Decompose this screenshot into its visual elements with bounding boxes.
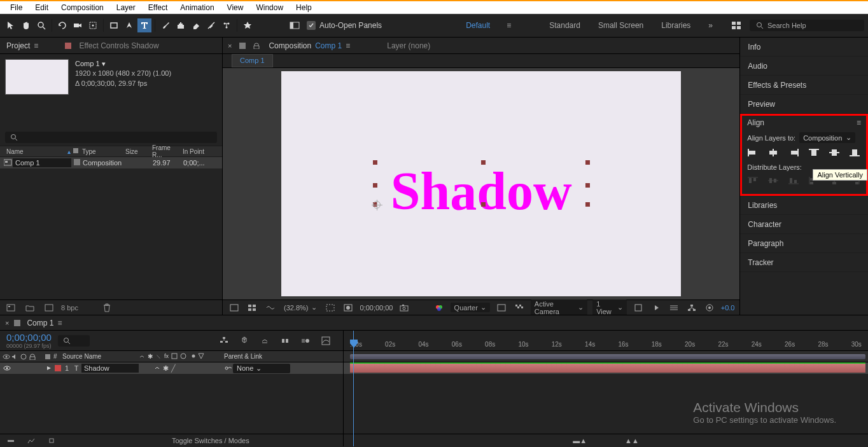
align-vcenter-icon[interactable] — [829, 148, 840, 158]
comp-mini-flowchart-icon[interactable] — [217, 334, 231, 348]
project-comp-name[interactable]: Comp 1 ▾ — [75, 59, 171, 69]
canvas-text-layer[interactable]: Shadow — [391, 160, 572, 222]
panel-libraries[interactable]: Libraries — [740, 196, 868, 215]
tl-footer-icon3[interactable] — [45, 434, 59, 448]
graph-editor-icon[interactable] — [319, 334, 333, 348]
align-bottom-icon[interactable] — [849, 148, 860, 158]
project-tab[interactable]: Project≡ — [5, 39, 39, 53]
transparency-grid-icon[interactable] — [513, 301, 526, 315]
switch-shy-icon[interactable] — [139, 353, 145, 359]
menu-animation[interactable]: Animation — [174, 2, 220, 13]
camera-tool-icon[interactable] — [71, 18, 85, 32]
auto-open-panels-checkbox[interactable]: Auto-Open Panels — [307, 21, 382, 30]
pen-tool-icon[interactable] — [122, 18, 136, 32]
project-row-comp1[interactable]: Comp 1 Composition 29.97 0;00;... — [0, 157, 222, 168]
timeline-comp-tab[interactable]: Comp 1≡ — [25, 316, 63, 330]
col-name[interactable]: Name — [4, 148, 67, 155]
panel-paragraph[interactable]: Paragraph — [740, 234, 868, 253]
draft-3d-icon[interactable] — [237, 334, 251, 348]
workspace-default[interactable]: Default — [465, 21, 491, 30]
pixel-aspect-icon[interactable] — [632, 301, 645, 315]
parent-pickwhip-icon[interactable] — [224, 364, 233, 373]
comp-subtab-comp1[interactable]: Comp 1 — [232, 54, 273, 67]
project-thumbnail[interactable] — [5, 59, 69, 95]
panel-effects-presets[interactable]: Effects & Presets — [740, 76, 868, 95]
anchor-point-icon[interactable] — [373, 201, 381, 209]
menu-effect[interactable]: Effect — [142, 2, 174, 13]
col-parent-link[interactable]: Parent & Link — [224, 353, 300, 360]
col-audio-icon[interactable] — [11, 354, 20, 360]
layer-twirl-icon[interactable] — [45, 364, 53, 373]
align-layers-to-dropdown[interactable]: Composition⌄ — [799, 132, 855, 143]
panel-toggle-icon[interactable] — [288, 18, 302, 32]
col-label-icon[interactable] — [45, 354, 53, 360]
timeline-search-input[interactable] — [58, 335, 90, 347]
interpret-footage-icon[interactable] — [4, 301, 18, 315]
tl-footer-icon1[interactable] — [4, 434, 18, 448]
align-right-icon[interactable] — [788, 148, 799, 158]
snapshot-icon[interactable] — [398, 301, 410, 315]
align-top-icon[interactable] — [808, 148, 820, 158]
workspace-overflow-icon[interactable]: » — [707, 21, 714, 30]
col-type[interactable]: Type — [80, 148, 123, 155]
tl-close-icon[interactable]: × — [5, 319, 9, 327]
menu-window[interactable]: Window — [249, 2, 290, 13]
menu-layer[interactable]: Layer — [110, 2, 142, 13]
col-solo-icon[interactable] — [20, 354, 29, 360]
toggle-switches-label[interactable]: Toggle Switches / Modes — [172, 437, 249, 444]
workspace-standard[interactable]: Standard — [548, 21, 582, 30]
align-hcenter-icon[interactable] — [767, 148, 779, 158]
frame-blend-icon[interactable] — [278, 334, 292, 348]
cti-playhead[interactable] — [350, 340, 358, 348]
col-inpoint[interactable]: In Point — [180, 148, 207, 155]
snapping-icon[interactable] — [241, 18, 255, 32]
hand-tool-icon[interactable] — [19, 18, 33, 32]
col-visibility-icon[interactable] — [3, 354, 11, 360]
exposure-value[interactable]: +0.0 — [721, 304, 735, 312]
quality-dropdown[interactable]: Quarter⌄ — [451, 303, 490, 312]
menu-edit[interactable]: Edit — [29, 2, 55, 13]
menu-file[interactable]: File — [4, 2, 29, 13]
workspace-panel-icon[interactable] — [729, 18, 743, 32]
toggle-mask-icon[interactable] — [342, 301, 354, 315]
timeline-layer-row[interactable]: 1 T ✱ ╱ None⌄ — [0, 362, 343, 374]
panel-character[interactable]: Character — [740, 215, 868, 234]
tl-footer-icon2[interactable] — [24, 434, 38, 448]
eraser-tool-icon[interactable] — [189, 18, 203, 32]
workspace-small-screen[interactable]: Small Screen — [597, 21, 645, 30]
puppet-tool-icon[interactable] — [220, 18, 234, 32]
composition-canvas[interactable]: Shadow — [281, 71, 681, 296]
always-preview-icon[interactable] — [228, 301, 241, 315]
zoom-out-handle[interactable]: ▬▲ — [573, 437, 587, 444]
orbit-tool-icon[interactable] — [55, 18, 69, 32]
3d-icon[interactable] — [263, 301, 276, 315]
pan-behind-tool-icon[interactable] — [86, 18, 100, 32]
panel-info[interactable]: Info — [740, 38, 868, 57]
roto-brush-tool-icon[interactable] — [204, 18, 218, 32]
effect-controls-tab[interactable]: Effect Controls Shadow — [78, 39, 160, 53]
flowchart-icon[interactable] — [685, 301, 698, 315]
workspace-menu-icon[interactable]: ≡ — [507, 21, 511, 30]
layer-visibility-toggle[interactable] — [3, 364, 11, 373]
resolution-half-icon[interactable] — [325, 301, 337, 315]
new-comp-icon[interactable] — [42, 301, 56, 315]
zoom-in-handle[interactable]: ▲▲ — [625, 437, 639, 444]
menu-composition[interactable]: Composition — [55, 2, 110, 13]
zoom-tool-icon[interactable] — [34, 18, 48, 32]
panel-audio[interactable]: Audio — [740, 57, 868, 76]
channel-icon[interactable] — [433, 301, 445, 315]
col-size[interactable]: Size — [123, 148, 150, 155]
rectangle-tool-icon[interactable] — [107, 18, 121, 32]
search-help-input[interactable]: Search Help — [750, 20, 864, 31]
type-tool-icon[interactable] — [137, 18, 151, 32]
delete-icon[interactable] — [100, 301, 114, 315]
project-search-input[interactable] — [5, 132, 217, 143]
lock-icon[interactable] — [253, 43, 260, 49]
work-area-bar[interactable] — [350, 354, 865, 359]
comp-close-icon[interactable]: × — [228, 42, 232, 50]
zoom-dropdown[interactable]: (32.8%) ⌄ — [281, 303, 319, 312]
view-dropdown[interactable]: 1 View⌄ — [592, 299, 627, 316]
col-source-name[interactable]: Source Name — [62, 353, 139, 360]
timeline-icon[interactable] — [668, 301, 680, 315]
layer-duration-bar[interactable] — [350, 364, 865, 373]
